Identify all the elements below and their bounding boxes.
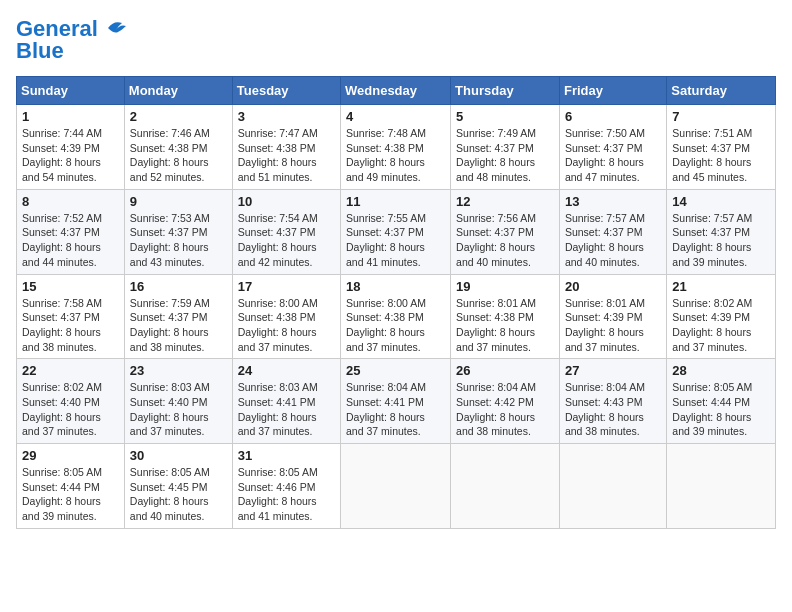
day-info: Sunrise: 8:01 AM Sunset: 4:38 PM Dayligh… (456, 296, 554, 355)
calendar-cell-14: 14Sunrise: 7:57 AM Sunset: 4:37 PM Dayli… (667, 189, 776, 274)
calendar-cell-10: 10Sunrise: 7:54 AM Sunset: 4:37 PM Dayli… (232, 189, 340, 274)
logo: General Blue (16, 16, 130, 64)
day-info: Sunrise: 8:04 AM Sunset: 4:42 PM Dayligh… (456, 380, 554, 439)
day-number: 27 (565, 363, 661, 378)
day-number: 29 (22, 448, 119, 463)
day-info: Sunrise: 7:44 AM Sunset: 4:39 PM Dayligh… (22, 126, 119, 185)
day-number: 5 (456, 109, 554, 124)
day-number: 26 (456, 363, 554, 378)
day-header-sunday: Sunday (17, 77, 125, 105)
day-number: 20 (565, 279, 661, 294)
day-info: Sunrise: 8:05 AM Sunset: 4:44 PM Dayligh… (672, 380, 770, 439)
day-info: Sunrise: 8:05 AM Sunset: 4:46 PM Dayligh… (238, 465, 335, 524)
day-number: 23 (130, 363, 227, 378)
calendar-week-4: 22Sunrise: 8:02 AM Sunset: 4:40 PM Dayli… (17, 359, 776, 444)
calendar-cell-24: 24Sunrise: 8:03 AM Sunset: 4:41 PM Dayli… (232, 359, 340, 444)
calendar-cell-11: 11Sunrise: 7:55 AM Sunset: 4:37 PM Dayli… (341, 189, 451, 274)
calendar-cell-26: 26Sunrise: 8:04 AM Sunset: 4:42 PM Dayli… (451, 359, 560, 444)
day-info: Sunrise: 7:55 AM Sunset: 4:37 PM Dayligh… (346, 211, 445, 270)
empty-cell (341, 444, 451, 529)
calendar-cell-6: 6Sunrise: 7:50 AM Sunset: 4:37 PM Daylig… (559, 105, 666, 190)
day-info: Sunrise: 7:49 AM Sunset: 4:37 PM Dayligh… (456, 126, 554, 185)
day-info: Sunrise: 8:04 AM Sunset: 4:43 PM Dayligh… (565, 380, 661, 439)
calendar-week-2: 8Sunrise: 7:52 AM Sunset: 4:37 PM Daylig… (17, 189, 776, 274)
day-number: 31 (238, 448, 335, 463)
calendar-cell-19: 19Sunrise: 8:01 AM Sunset: 4:38 PM Dayli… (451, 274, 560, 359)
calendar-cell-7: 7Sunrise: 7:51 AM Sunset: 4:37 PM Daylig… (667, 105, 776, 190)
day-header-saturday: Saturday (667, 77, 776, 105)
day-number: 28 (672, 363, 770, 378)
calendar-cell-5: 5Sunrise: 7:49 AM Sunset: 4:37 PM Daylig… (451, 105, 560, 190)
calendar-cell-1: 1Sunrise: 7:44 AM Sunset: 4:39 PM Daylig… (17, 105, 125, 190)
calendar-cell-31: 31Sunrise: 8:05 AM Sunset: 4:46 PM Dayli… (232, 444, 340, 529)
calendar-cell-9: 9Sunrise: 7:53 AM Sunset: 4:37 PM Daylig… (124, 189, 232, 274)
calendar-cell-29: 29Sunrise: 8:05 AM Sunset: 4:44 PM Dayli… (17, 444, 125, 529)
day-info: Sunrise: 7:46 AM Sunset: 4:38 PM Dayligh… (130, 126, 227, 185)
calendar-cell-4: 4Sunrise: 7:48 AM Sunset: 4:38 PM Daylig… (341, 105, 451, 190)
calendar-table: SundayMondayTuesdayWednesdayThursdayFrid… (16, 76, 776, 529)
day-number: 1 (22, 109, 119, 124)
day-header-tuesday: Tuesday (232, 77, 340, 105)
day-number: 14 (672, 194, 770, 209)
day-number: 7 (672, 109, 770, 124)
calendar-cell-25: 25Sunrise: 8:04 AM Sunset: 4:41 PM Dayli… (341, 359, 451, 444)
day-number: 2 (130, 109, 227, 124)
day-number: 3 (238, 109, 335, 124)
day-number: 25 (346, 363, 445, 378)
day-header-wednesday: Wednesday (341, 77, 451, 105)
day-info: Sunrise: 8:02 AM Sunset: 4:40 PM Dayligh… (22, 380, 119, 439)
calendar-cell-27: 27Sunrise: 8:04 AM Sunset: 4:43 PM Dayli… (559, 359, 666, 444)
calendar-week-1: 1Sunrise: 7:44 AM Sunset: 4:39 PM Daylig… (17, 105, 776, 190)
day-info: Sunrise: 7:52 AM Sunset: 4:37 PM Dayligh… (22, 211, 119, 270)
logo-bird-icon (100, 18, 130, 40)
day-info: Sunrise: 7:51 AM Sunset: 4:37 PM Dayligh… (672, 126, 770, 185)
day-number: 13 (565, 194, 661, 209)
day-number: 22 (22, 363, 119, 378)
day-info: Sunrise: 8:03 AM Sunset: 4:40 PM Dayligh… (130, 380, 227, 439)
calendar-cell-17: 17Sunrise: 8:00 AM Sunset: 4:38 PM Dayli… (232, 274, 340, 359)
calendar-week-3: 15Sunrise: 7:58 AM Sunset: 4:37 PM Dayli… (17, 274, 776, 359)
day-info: Sunrise: 7:57 AM Sunset: 4:37 PM Dayligh… (672, 211, 770, 270)
calendar-cell-13: 13Sunrise: 7:57 AM Sunset: 4:37 PM Dayli… (559, 189, 666, 274)
day-info: Sunrise: 7:58 AM Sunset: 4:37 PM Dayligh… (22, 296, 119, 355)
day-number: 21 (672, 279, 770, 294)
calendar-cell-20: 20Sunrise: 8:01 AM Sunset: 4:39 PM Dayli… (559, 274, 666, 359)
day-number: 19 (456, 279, 554, 294)
day-info: Sunrise: 7:47 AM Sunset: 4:38 PM Dayligh… (238, 126, 335, 185)
empty-cell (559, 444, 666, 529)
day-number: 11 (346, 194, 445, 209)
day-info: Sunrise: 8:00 AM Sunset: 4:38 PM Dayligh… (346, 296, 445, 355)
calendar-cell-15: 15Sunrise: 7:58 AM Sunset: 4:37 PM Dayli… (17, 274, 125, 359)
day-number: 6 (565, 109, 661, 124)
day-number: 9 (130, 194, 227, 209)
day-info: Sunrise: 8:05 AM Sunset: 4:45 PM Dayligh… (130, 465, 227, 524)
day-info: Sunrise: 8:01 AM Sunset: 4:39 PM Dayligh… (565, 296, 661, 355)
day-info: Sunrise: 7:53 AM Sunset: 4:37 PM Dayligh… (130, 211, 227, 270)
calendar-cell-28: 28Sunrise: 8:05 AM Sunset: 4:44 PM Dayli… (667, 359, 776, 444)
calendar-week-5: 29Sunrise: 8:05 AM Sunset: 4:44 PM Dayli… (17, 444, 776, 529)
day-info: Sunrise: 7:57 AM Sunset: 4:37 PM Dayligh… (565, 211, 661, 270)
day-number: 24 (238, 363, 335, 378)
calendar-cell-22: 22Sunrise: 8:02 AM Sunset: 4:40 PM Dayli… (17, 359, 125, 444)
day-info: Sunrise: 8:03 AM Sunset: 4:41 PM Dayligh… (238, 380, 335, 439)
calendar-header-row: SundayMondayTuesdayWednesdayThursdayFrid… (17, 77, 776, 105)
day-header-friday: Friday (559, 77, 666, 105)
day-info: Sunrise: 7:56 AM Sunset: 4:37 PM Dayligh… (456, 211, 554, 270)
calendar-cell-2: 2Sunrise: 7:46 AM Sunset: 4:38 PM Daylig… (124, 105, 232, 190)
day-number: 4 (346, 109, 445, 124)
day-header-thursday: Thursday (451, 77, 560, 105)
calendar-cell-12: 12Sunrise: 7:56 AM Sunset: 4:37 PM Dayli… (451, 189, 560, 274)
day-info: Sunrise: 7:48 AM Sunset: 4:38 PM Dayligh… (346, 126, 445, 185)
day-number: 30 (130, 448, 227, 463)
logo-text-blue: Blue (16, 38, 64, 64)
day-number: 16 (130, 279, 227, 294)
day-info: Sunrise: 7:50 AM Sunset: 4:37 PM Dayligh… (565, 126, 661, 185)
page-header: General Blue (16, 16, 776, 64)
empty-cell (451, 444, 560, 529)
calendar-cell-18: 18Sunrise: 8:00 AM Sunset: 4:38 PM Dayli… (341, 274, 451, 359)
day-number: 10 (238, 194, 335, 209)
day-info: Sunrise: 8:00 AM Sunset: 4:38 PM Dayligh… (238, 296, 335, 355)
calendar-cell-8: 8Sunrise: 7:52 AM Sunset: 4:37 PM Daylig… (17, 189, 125, 274)
calendar-cell-21: 21Sunrise: 8:02 AM Sunset: 4:39 PM Dayli… (667, 274, 776, 359)
day-info: Sunrise: 8:02 AM Sunset: 4:39 PM Dayligh… (672, 296, 770, 355)
